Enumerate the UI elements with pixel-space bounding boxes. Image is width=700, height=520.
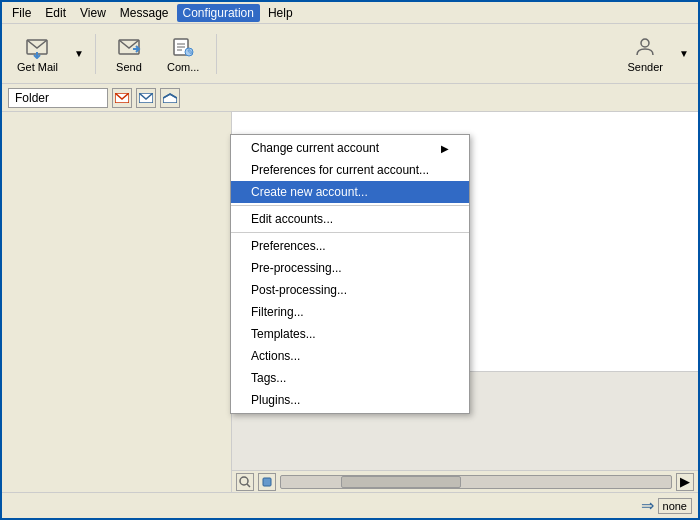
attachment-icon xyxy=(261,476,273,488)
compose-icon: ✎ xyxy=(171,35,195,59)
menu-sep-2 xyxy=(231,232,469,233)
menu-file[interactable]: File xyxy=(6,4,37,22)
bottom-icons xyxy=(236,473,276,491)
menu-preferences-account[interactable]: Preferences for current account... xyxy=(231,159,469,181)
menu-tags[interactable]: Tags... xyxy=(231,367,469,389)
svg-text:✎: ✎ xyxy=(187,48,194,57)
menu-preferences[interactable]: Preferences... xyxy=(231,235,469,257)
envelope-open-icon xyxy=(163,93,177,103)
envelope-open-button[interactable] xyxy=(160,88,180,108)
toolbar-sep-1 xyxy=(95,34,96,74)
svg-point-13 xyxy=(240,477,248,485)
sender-icon xyxy=(633,35,657,59)
menu-sep-1 xyxy=(231,205,469,206)
menu-pre-processing[interactable]: Pre-processing... xyxy=(231,257,469,279)
main-window: File Edit View Message Configuration Hel… xyxy=(0,0,700,520)
attachment-icon-btn[interactable] xyxy=(258,473,276,491)
send-button[interactable]: Send xyxy=(104,29,154,79)
sender-dropdown[interactable]: ▼ xyxy=(676,29,692,79)
status-none-badge: none xyxy=(658,498,692,514)
zoom-icon-btn[interactable] xyxy=(236,473,254,491)
menu-create-account[interactable]: Create new account... xyxy=(231,181,469,203)
folder-input[interactable] xyxy=(8,88,108,108)
status-arrow-icon: ⇒ xyxy=(641,496,654,515)
scrollbar-thumb xyxy=(341,476,461,488)
menu-change-account[interactable]: Change current account ▶ xyxy=(231,137,469,159)
horizontal-scrollbar[interactable] xyxy=(280,475,672,489)
svg-point-10 xyxy=(641,39,649,47)
menu-edit-accounts[interactable]: Edit accounts... xyxy=(231,208,469,230)
envelope-blue-button[interactable] xyxy=(136,88,156,108)
menu-filtering[interactable]: Filtering... xyxy=(231,301,469,323)
menu-edit[interactable]: Edit xyxy=(39,4,72,22)
bottom-scrollbar-bar: ▶ xyxy=(232,470,698,492)
send-icon xyxy=(117,35,141,59)
menubar: File Edit View Message Configuration Hel… xyxy=(2,2,698,24)
main-content: ▶ Change current account ▶ Preferences f… xyxy=(2,112,698,492)
menu-post-processing[interactable]: Post-processing... xyxy=(231,279,469,301)
get-mail-dropdown[interactable]: ▼ xyxy=(71,29,87,79)
svg-rect-15 xyxy=(263,478,271,486)
menu-templates[interactable]: Templates... xyxy=(231,323,469,345)
menu-plugins[interactable]: Plugins... xyxy=(231,389,469,411)
toolbar-sep-2 xyxy=(216,34,217,74)
compose-button[interactable]: ✎ Com... xyxy=(158,29,208,79)
get-mail-icon xyxy=(25,35,49,59)
submenu-arrow: ▶ xyxy=(441,143,449,154)
envelope-red-button[interactable] xyxy=(112,88,132,108)
left-panel xyxy=(2,112,232,492)
svg-line-14 xyxy=(247,484,250,487)
menu-view[interactable]: View xyxy=(74,4,112,22)
sender-button[interactable]: Sender xyxy=(619,29,672,79)
menu-help[interactable]: Help xyxy=(262,4,299,22)
envelope-red-icon xyxy=(115,93,129,103)
toolbar: Get Mail ▼ Send ✎ Com... xyxy=(2,24,698,84)
scroll-right-button[interactable]: ▶ xyxy=(676,473,694,491)
get-mail-button[interactable]: Get Mail xyxy=(8,29,67,79)
menu-actions[interactable]: Actions... xyxy=(231,345,469,367)
configuration-dropdown-menu: Change current account ▶ Preferences for… xyxy=(230,134,470,414)
menu-message[interactable]: Message xyxy=(114,4,175,22)
folder-bar xyxy=(2,84,698,112)
statusbar: ⇒ none xyxy=(2,492,698,518)
menu-configuration[interactable]: Configuration xyxy=(177,4,260,22)
zoom-icon xyxy=(239,476,251,488)
envelope-blue-icon xyxy=(139,93,153,103)
